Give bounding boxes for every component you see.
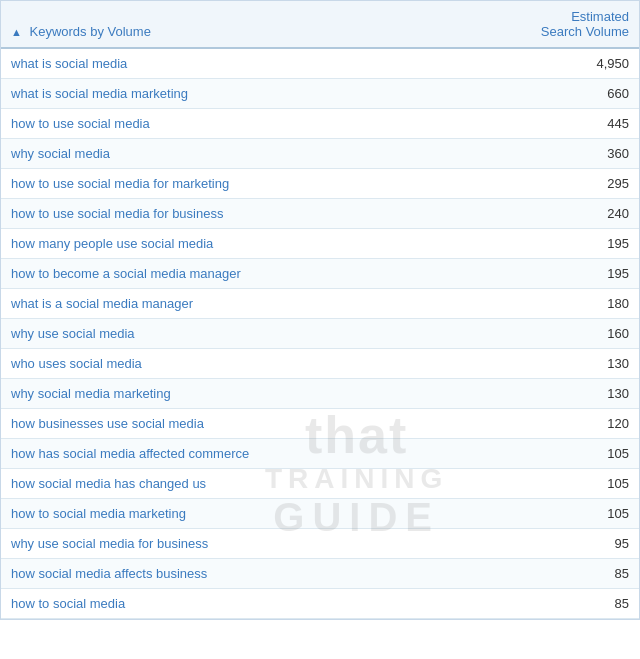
volume-cell: 105 [480,439,640,469]
volume-cell: 85 [480,589,640,619]
table-row: why social media marketing130 [1,379,639,409]
volume-cell: 105 [480,469,640,499]
keyword-cell: how to use social media [1,109,480,139]
keyword-cell: how many people use social media [1,229,480,259]
table-row: why social media360 [1,139,639,169]
table-row: how has social media affected commerce10… [1,439,639,469]
table-row: how to use social media for business240 [1,199,639,229]
table-body: what is social media4,950what is social … [1,48,639,619]
volume-cell: 445 [480,109,640,139]
volume-column-header[interactable]: EstimatedSearch Volume [480,1,640,48]
keyword-cell: how has social media affected commerce [1,439,480,469]
table-row: how social media has changed us105 [1,469,639,499]
volume-cell: 360 [480,139,640,169]
volume-cell: 180 [480,289,640,319]
volume-cell: 240 [480,199,640,229]
volume-cell: 195 [480,259,640,289]
table-row: how to become a social media manager195 [1,259,639,289]
sort-arrow-icon: ▲ [11,26,22,38]
volume-cell: 160 [480,319,640,349]
volume-cell: 95 [480,529,640,559]
volume-cell: 130 [480,349,640,379]
keyword-cell: how to become a social media manager [1,259,480,289]
keyword-cell: how to use social media for business [1,199,480,229]
table-row: how social media affects business85 [1,559,639,589]
table-row: how to social media marketing105 [1,499,639,529]
table-row: who uses social media130 [1,349,639,379]
keyword-cell: how to use social media for marketing [1,169,480,199]
volume-cell: 4,950 [480,48,640,79]
keyword-column-header[interactable]: ▲ Keywords by Volume [1,1,480,48]
table-header-row: ▲ Keywords by Volume EstimatedSearch Vol… [1,1,639,48]
keywords-table-container: ▲ Keywords by Volume EstimatedSearch Vol… [0,0,640,620]
keyword-cell: how to social media marketing [1,499,480,529]
table-row: how to use social media445 [1,109,639,139]
keyword-cell: what is a social media manager [1,289,480,319]
keyword-cell: why social media [1,139,480,169]
volume-cell: 295 [480,169,640,199]
table-row: how businesses use social media120 [1,409,639,439]
keywords-table: ▲ Keywords by Volume EstimatedSearch Vol… [1,1,639,619]
volume-cell: 105 [480,499,640,529]
table-row: what is a social media manager180 [1,289,639,319]
table-row: why use social media for business95 [1,529,639,559]
volume-cell: 660 [480,79,640,109]
table-row: what is social media4,950 [1,48,639,79]
volume-cell: 85 [480,559,640,589]
table-row: what is social media marketing660 [1,79,639,109]
volume-cell: 120 [480,409,640,439]
table-row: how many people use social media195 [1,229,639,259]
keyword-column-label: Keywords by Volume [30,24,151,39]
table-row: how to social media85 [1,589,639,619]
volume-cell: 130 [480,379,640,409]
keyword-cell: why use social media for business [1,529,480,559]
keyword-cell: why social media marketing [1,379,480,409]
keyword-cell: what is social media [1,48,480,79]
table-row: why use social media160 [1,319,639,349]
keyword-cell: how businesses use social media [1,409,480,439]
keyword-cell: who uses social media [1,349,480,379]
keyword-cell: what is social media marketing [1,79,480,109]
table-row: how to use social media for marketing295 [1,169,639,199]
volume-cell: 195 [480,229,640,259]
keyword-cell: how social media has changed us [1,469,480,499]
volume-column-label: EstimatedSearch Volume [541,9,629,39]
keyword-cell: how social media affects business [1,559,480,589]
keyword-cell: why use social media [1,319,480,349]
keyword-cell: how to social media [1,589,480,619]
